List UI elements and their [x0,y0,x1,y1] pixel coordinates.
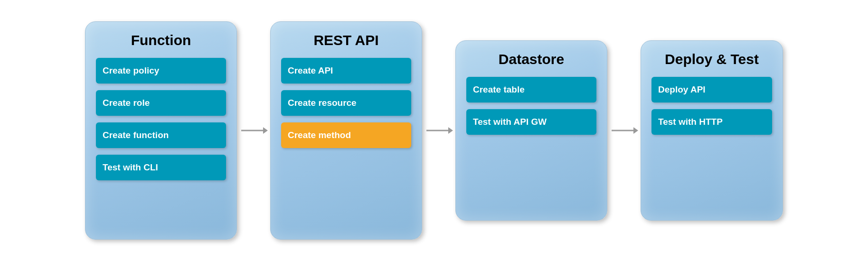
btn-create-resource[interactable]: Create resource [281,90,411,116]
panel-deploy-test-title: Deploy & Test [665,51,759,67]
panel-deploy-test-items: Deploy API Test with HTTP [651,77,772,135]
panel-datastore-title: Datastore [499,51,564,67]
svg-marker-3 [448,127,453,134]
diagram: Function Create policy Create role Creat… [71,12,797,249]
panel-rest-api-items: Create API Create resource Create method [281,58,411,148]
btn-create-policy[interactable]: Create policy [96,58,226,84]
btn-test-cli[interactable]: Test with CLI [96,155,226,180]
panel-rest-api-title: REST API [313,32,378,48]
panel-datastore-items: Create table Test with API GW [466,77,596,135]
btn-create-table[interactable]: Create table [466,77,596,103]
btn-create-function[interactable]: Create function [96,122,226,148]
btn-test-http[interactable]: Test with HTTP [651,109,772,135]
panel-rest-api: REST API Create API Create resource Crea… [270,21,422,240]
arrow-1 [237,121,270,140]
btn-create-method[interactable]: Create method [281,122,411,148]
arrow-3 [607,121,641,140]
btn-create-role[interactable]: Create role [96,90,226,116]
btn-deploy-api[interactable]: Deploy API [651,77,772,103]
panel-function: Function Create policy Create role Creat… [85,21,237,240]
panel-deploy-test: Deploy & Test Deploy API Test with HTTP [641,40,783,221]
svg-marker-5 [633,127,638,134]
panel-function-items: Create policy Create role Create functio… [96,58,226,180]
panel-datastore: Datastore Create table Test with API GW [455,40,607,221]
svg-marker-1 [263,127,268,134]
btn-create-api[interactable]: Create API [281,58,411,84]
arrow-2 [422,121,455,140]
btn-test-api-gw[interactable]: Test with API GW [466,109,596,135]
panel-function-title: Function [131,32,191,48]
